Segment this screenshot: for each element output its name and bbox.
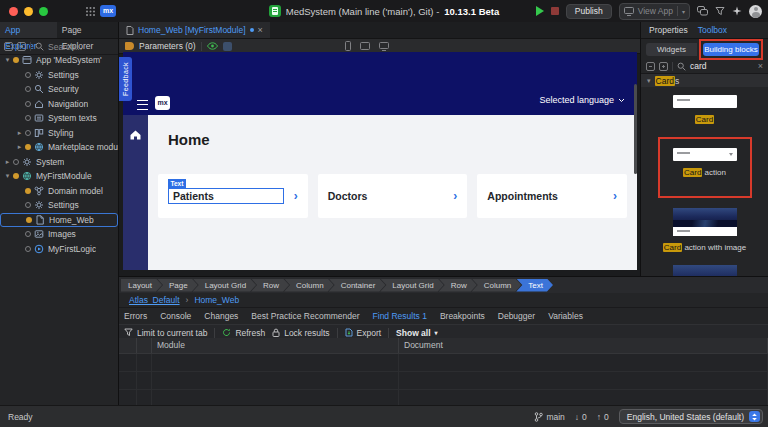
widgets-button[interactable]: Widgets <box>646 43 697 56</box>
card-doctors[interactable]: Doctors› <box>318 174 468 218</box>
tab-page-explorer[interactable]: Page Explorer <box>57 22 118 38</box>
chevron-down-icon[interactable]: ▾ <box>682 8 685 15</box>
tree-item-settings[interactable]: Settings <box>0 198 118 213</box>
breadcrumb-row-3[interactable]: Row <box>251 279 289 292</box>
home-icon[interactable] <box>129 129 142 141</box>
tablet-icon[interactable] <box>360 42 370 50</box>
stop-app-button[interactable] <box>551 7 559 15</box>
feedback-tab[interactable]: Feedback <box>119 57 132 101</box>
phone-icon[interactable] <box>345 41 351 51</box>
tree-item-images[interactable]: Images <box>0 227 118 242</box>
close-window-button[interactable] <box>9 7 18 16</box>
breadcrumb-page-1[interactable]: Page <box>157 279 198 292</box>
tree-item-system[interactable]: ▸System <box>0 155 118 170</box>
chevron-down-icon[interactable]: ▾ <box>3 56 12 64</box>
dock-tab-best-practice-recommender[interactable]: Best Practice Recommender <box>251 311 359 321</box>
lock-results-button[interactable]: Lock results <box>272 328 329 338</box>
conditional-visibility-icon[interactable] <box>223 42 232 51</box>
clear-search-icon[interactable]: × <box>758 61 763 71</box>
tree-item-styling[interactable]: ▸Styling <box>0 126 118 141</box>
dock-tab-find-results-1[interactable]: Find Results 1 <box>373 311 427 321</box>
filter-icon[interactable] <box>715 6 725 16</box>
building-block-card-action[interactable]: Card action <box>673 148 737 177</box>
fullscreen-window-button[interactable] <box>39 7 48 16</box>
tree-item-settings[interactable]: Settings <box>0 68 118 83</box>
refresh-button[interactable]: Refresh <box>222 328 265 338</box>
dock-tab-errors[interactable]: Errors <box>124 311 147 321</box>
selected-language-dropdown[interactable]: Selected language <box>539 95 625 105</box>
breadcrumb-home-web[interactable]: Home_Web <box>194 295 239 305</box>
tab-toolbox[interactable]: Toolbox <box>698 25 727 35</box>
toolbox-search-input[interactable]: card <box>690 61 754 71</box>
minimize-window-button[interactable] <box>24 7 33 16</box>
hamburger-menu-icon[interactable] <box>137 100 148 110</box>
building-blocks-button[interactable]: Building blocks <box>703 43 759 56</box>
close-tab-icon[interactable]: × <box>258 25 263 35</box>
tab-properties[interactable]: Properties <box>649 25 688 35</box>
parameters-label[interactable]: Parameters (0) <box>139 41 196 51</box>
app-grid-icon[interactable] <box>85 6 96 17</box>
collapse-all-icon[interactable] <box>646 62 655 71</box>
expand-all-icon[interactable] <box>17 42 26 51</box>
tree-item-app-medsystem[interactable]: ▾App 'MedSystem' <box>0 53 118 68</box>
expand-all-icon[interactable] <box>659 62 668 71</box>
canvas-mx-logo: mx <box>155 96 170 110</box>
card-patients[interactable]: TextPatients› <box>158 174 308 218</box>
limit-to-current-tab-toggle[interactable]: Limit to current tab <box>124 328 207 338</box>
dock-tab-console[interactable]: Console <box>160 311 191 321</box>
dock-tab-variables[interactable]: Variables <box>548 311 583 321</box>
breadcrumb-atlas-default[interactable]: Atlas_Default <box>129 295 180 305</box>
tree-item-security[interactable]: Security <box>0 82 118 97</box>
chevron-down-icon[interactable]: ▾ <box>3 172 12 180</box>
language-selector[interactable]: English, United States (default) <box>619 409 763 424</box>
canvas-navbar: mx Selected language <box>123 52 637 115</box>
dock-tab-debugger[interactable]: Debugger <box>498 311 535 321</box>
breadcrumb-row-7[interactable]: Row <box>439 279 477 292</box>
page-canvas[interactable]: mx Selected language Home TextPatients›D… <box>123 52 637 270</box>
tree-item-label: Security <box>48 84 79 94</box>
tree-item-marketplace-modules[interactable]: ▸Marketplace modules <box>0 140 118 155</box>
tree-item-home-web[interactable]: Home_Web <box>0 213 118 228</box>
desktop-icon[interactable] <box>379 42 389 51</box>
canvas-scrollbar[interactable] <box>634 84 637 174</box>
card-appointments[interactable]: Appointments› <box>477 174 627 218</box>
tree-item-system-texts[interactable]: System texts <box>0 111 118 126</box>
chevron-right-icon[interactable]: ▸ <box>15 143 24 151</box>
tab-home-web[interactable]: Home_Web [MyFirstModule] × <box>119 22 270 38</box>
dock-tab-changes[interactable]: Changes <box>204 311 238 321</box>
breadcrumb-layout-0[interactable]: Layout <box>121 279 162 292</box>
building-block-card-action-with-image[interactable]: Card action with image <box>663 208 746 252</box>
collapse-all-icon[interactable] <box>4 42 13 51</box>
breadcrumb-container-5[interactable]: Container <box>329 279 386 292</box>
tree-item-myfirstmodule[interactable]: ▾MyFirstModule <box>0 169 118 184</box>
git-branch-indicator[interactable]: main <box>534 412 564 422</box>
run-app-button[interactable] <box>536 6 544 16</box>
ai-sparkle-icon[interactable] <box>732 6 742 16</box>
breadcrumb-column-4[interactable]: Column <box>284 279 334 292</box>
tree-item-myfirstlogic[interactable]: MyFirstLogic <box>0 242 118 257</box>
dock-tab-breakpoints[interactable]: Breakpoints <box>440 311 485 321</box>
breadcrumb-text-9[interactable]: Text <box>516 279 553 292</box>
breadcrumb-layout-grid-2[interactable]: Layout Grid <box>193 279 256 292</box>
feedback-bubble-icon[interactable] <box>697 6 708 16</box>
table-row[interactable] <box>119 354 768 372</box>
publish-button[interactable]: Publish <box>566 4 612 19</box>
view-app-button[interactable]: View App ▾ <box>619 3 690 20</box>
show-all-dropdown[interactable]: Show all ▾ <box>396 328 438 338</box>
export-button[interactable]: Export <box>345 328 382 338</box>
tree-item-domain-model[interactable]: Domain model <box>0 184 118 199</box>
visibility-eye-icon[interactable] <box>207 42 218 50</box>
tab-app-explorer[interactable]: App Explorer <box>0 22 57 38</box>
building-block-card[interactable]: Card <box>673 95 737 124</box>
chevron-right-icon[interactable]: ▸ <box>3 158 12 166</box>
cards-section-header[interactable]: ▾ Cards <box>641 74 768 87</box>
outgoing-commits[interactable]: ↑ 0 <box>597 412 609 422</box>
search-input[interactable]: Search... <box>48 42 82 52</box>
breadcrumb-column-8[interactable]: Column <box>472 279 522 292</box>
table-row[interactable] <box>119 372 768 390</box>
chevron-right-icon[interactable]: ▸ <box>15 129 24 137</box>
breadcrumb-layout-grid-6[interactable]: Layout Grid <box>380 279 443 292</box>
incoming-commits[interactable]: ↓ 0 <box>575 412 587 422</box>
tree-item-navigation[interactable]: Navigation <box>0 97 118 112</box>
user-avatar[interactable] <box>749 5 762 18</box>
